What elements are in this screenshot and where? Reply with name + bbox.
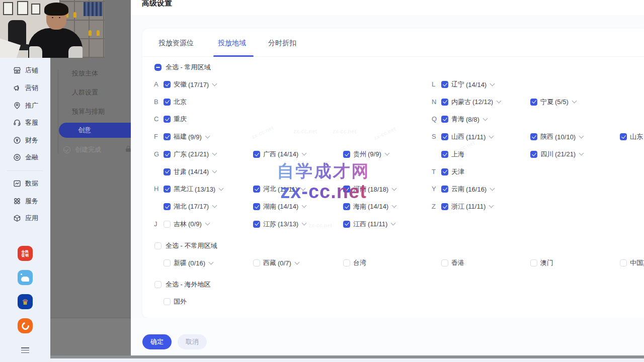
chevron-down-icon[interactable] bbox=[579, 133, 584, 138]
chevron-down-icon[interactable] bbox=[294, 259, 299, 264]
region-item-广东[interactable]: 广东(21/21) bbox=[164, 149, 216, 159]
chevron-down-icon[interactable] bbox=[219, 186, 224, 191]
select-all-uncommon-regions[interactable]: 全选 - 不常用区域 bbox=[154, 241, 217, 251]
chevron-down-icon[interactable] bbox=[212, 81, 217, 86]
chevron-down-icon[interactable] bbox=[497, 99, 502, 104]
chevron-down-icon[interactable] bbox=[391, 221, 396, 226]
sidebar-item-services[interactable]: 服务 bbox=[13, 196, 38, 207]
tab-time-discount[interactable]: 分时折扣 bbox=[268, 39, 296, 48]
chevron-down-icon[interactable] bbox=[212, 168, 217, 173]
region-item-国外[interactable]: 国外 bbox=[164, 297, 187, 307]
checkbox-icon[interactable] bbox=[441, 133, 448, 140]
sidebar-item-promote[interactable]: 推广 bbox=[13, 100, 38, 111]
sidebar-item-banking[interactable]: 金融 bbox=[13, 152, 38, 163]
region-item-黑龙江[interactable]: 黑龙江(13/13) bbox=[164, 184, 223, 194]
region-item-福建[interactable]: 福建(9/9) bbox=[164, 132, 209, 142]
chevron-down-icon[interactable] bbox=[489, 133, 494, 138]
region-item-新疆[interactable]: 新疆(0/16) bbox=[164, 258, 213, 268]
checkbox-icon[interactable] bbox=[441, 116, 448, 123]
region-item-江苏[interactable]: 江苏(13/13) bbox=[253, 219, 306, 229]
chevron-down-icon[interactable] bbox=[205, 221, 210, 226]
region-item-西藏[interactable]: 西藏(0/7) bbox=[253, 258, 299, 268]
region-item-重庆[interactable]: 重庆 bbox=[164, 114, 187, 124]
region-item-湖北[interactable]: 湖北(17/17) bbox=[164, 202, 216, 212]
region-item-山东[interactable]: 山东(1 bbox=[620, 132, 644, 142]
checkbox-icon[interactable] bbox=[620, 259, 627, 266]
region-item-北京[interactable]: 北京 bbox=[164, 97, 187, 107]
app-icon-orange-app[interactable] bbox=[18, 318, 33, 333]
chevron-down-icon[interactable] bbox=[489, 203, 494, 208]
checkbox-icon[interactable] bbox=[530, 133, 537, 140]
sidebar-item-data[interactable]: 数据 bbox=[13, 178, 38, 189]
region-item-江西[interactable]: 江西(11/11) bbox=[343, 219, 395, 229]
checkbox-icon[interactable] bbox=[164, 298, 171, 305]
checkbox-icon[interactable] bbox=[164, 133, 171, 140]
checkbox-icon[interactable] bbox=[441, 81, 448, 88]
sidebar-item-apps[interactable]: 应用 bbox=[13, 213, 38, 224]
region-item-安徽[interactable]: 安徽(17/17) bbox=[164, 79, 216, 89]
chevron-down-icon[interactable] bbox=[384, 151, 389, 156]
region-item-辽宁[interactable]: 辽宁(14/14) bbox=[441, 79, 494, 89]
chevron-down-icon[interactable] bbox=[490, 81, 495, 86]
sidebar-item-marketing[interactable]: 营销 bbox=[13, 82, 38, 94]
region-item-山西[interactable]: 山西(11/11) bbox=[441, 132, 493, 142]
select-all-common-regions[interactable]: 全选 - 常用区域 bbox=[154, 62, 211, 72]
chevron-down-icon[interactable] bbox=[301, 186, 306, 191]
checkbox-icon[interactable] bbox=[164, 259, 171, 266]
checkbox-icon[interactable] bbox=[154, 281, 162, 288]
region-item-甘肃[interactable]: 甘肃(14/14) bbox=[164, 167, 216, 177]
step-creative-active[interactable]: 创意 bbox=[59, 123, 131, 138]
checkbox-icon[interactable] bbox=[253, 151, 260, 158]
checkbox-icon[interactable] bbox=[530, 99, 537, 106]
step-item[interactable]: 人群设置 bbox=[72, 88, 98, 97]
checkbox-icon[interactable] bbox=[164, 81, 171, 88]
chevron-down-icon[interactable] bbox=[579, 151, 584, 156]
checkbox-icon[interactable] bbox=[164, 221, 171, 228]
checkbox-icon[interactable] bbox=[253, 203, 260, 210]
checkbox-icon[interactable] bbox=[343, 203, 350, 210]
app-icon-quanmin-cuxiao[interactable]: 全民促销 bbox=[18, 246, 33, 261]
checkbox-icon[interactable] bbox=[164, 99, 171, 106]
checkbox-icon[interactable] bbox=[441, 168, 448, 175]
chevron-down-icon[interactable] bbox=[212, 203, 217, 208]
checkbox-icon[interactable] bbox=[530, 151, 537, 158]
chevron-down-icon[interactable] bbox=[205, 133, 210, 138]
chevron-down-icon[interactable] bbox=[302, 151, 307, 156]
checkbox-icon[interactable] bbox=[164, 186, 171, 193]
region-item-天津[interactable]: 天津 bbox=[441, 167, 464, 177]
checkbox-icon[interactable] bbox=[253, 221, 260, 228]
checkbox-icon[interactable] bbox=[620, 133, 627, 140]
chevron-down-icon[interactable] bbox=[392, 203, 397, 208]
region-item-河北[interactable]: 河北(11/11) bbox=[253, 184, 305, 194]
chevron-down-icon[interactable] bbox=[572, 99, 577, 104]
confirm-button[interactable]: 确定 bbox=[142, 334, 172, 349]
region-item-贵州[interactable]: 贵州(9/9) bbox=[343, 149, 389, 159]
chevron-down-icon[interactable] bbox=[302, 203, 307, 208]
checkbox-icon[interactable] bbox=[441, 203, 448, 210]
chevron-down-icon[interactable] bbox=[392, 186, 397, 191]
checkbox-icon[interactable] bbox=[343, 259, 350, 266]
checkbox-icon[interactable] bbox=[253, 259, 260, 266]
select-all-overseas-regions[interactable]: 全选 - 海外地区 bbox=[154, 280, 211, 290]
app-icon-whale[interactable] bbox=[18, 270, 33, 285]
checkbox-icon[interactable] bbox=[343, 151, 350, 158]
sidebar-item-support[interactable]: 客服 bbox=[13, 117, 38, 128]
region-item-台湾[interactable]: 台湾 bbox=[343, 258, 366, 268]
region-item-四川[interactable]: 四川(21/21) bbox=[530, 149, 583, 159]
checkbox-icon[interactable] bbox=[343, 221, 350, 228]
region-item-河南[interactable]: 河南(18/18) bbox=[343, 184, 396, 194]
region-item-吉林[interactable]: 吉林(0/9) bbox=[164, 219, 209, 229]
checkbox-icon[interactable] bbox=[164, 203, 171, 210]
checkbox-icon[interactable] bbox=[441, 99, 448, 106]
cancel-button[interactable]: 取消 bbox=[178, 334, 207, 349]
region-item-陕西[interactable]: 陕西(10/10) bbox=[530, 132, 583, 142]
checkbox-icon[interactable] bbox=[530, 259, 537, 266]
chevron-down-icon[interactable] bbox=[209, 259, 214, 264]
region-item-海南[interactable]: 海南(14/14) bbox=[343, 202, 396, 212]
region-item-内蒙古[interactable]: 内蒙古(12/12) bbox=[441, 97, 501, 107]
checkbox-icon[interactable] bbox=[253, 186, 260, 193]
region-item-宁夏[interactable]: 宁夏(5/5) bbox=[530, 97, 576, 107]
chevron-down-icon[interactable] bbox=[482, 116, 488, 121]
sidebar-item-store[interactable]: 店铺 bbox=[13, 65, 38, 76]
sidebar-item-finance[interactable]: 财务 bbox=[13, 135, 38, 146]
